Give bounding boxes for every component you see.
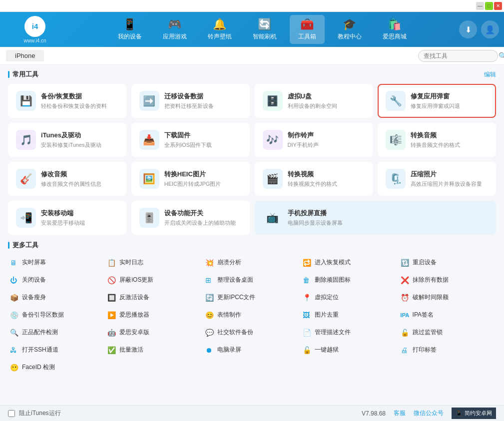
crash-icon: 💥 [205,259,214,267]
nav-shop-icon: 🛍️ [388,18,401,31]
tool-ipcc[interactable]: 🔄 更新IPCC文件 [203,290,301,305]
tool-wipe-data[interactable]: ❌ 抹除所有数据 [399,272,496,288]
tool-genuine-parts[interactable]: 🔍 正品配件检测 [8,325,105,340]
tool-desc-file[interactable]: 📄 管理描述文件 [301,325,398,340]
tool-backup-restore[interactable]: 💾 备份/恢复数据 轻松备份和恢复设备的资料 [8,84,126,118]
screen-record-label: 电脑录屏 [217,346,241,354]
service-link[interactable]: 客服 [394,409,406,418]
tool-delete-icon[interactable]: 🗑 删除顽固图标 [301,272,398,288]
nav-toolbox[interactable]: 🧰 工具箱 [290,15,325,44]
tool-expression[interactable]: 😊 表情制作 [203,307,301,323]
tool-deactivate[interactable]: 🔲 反激活设备 [105,290,203,305]
photo-restore-icon: 🖼 [303,311,312,319]
fix-popup-icon: 🔧 [386,91,406,111]
nav-tutorials[interactable]: 🎓 教程中心 [330,15,370,44]
tool-photo-restore[interactable]: 🖼 图片去重 [301,307,398,323]
heic-icon: 🖼️ [139,169,159,189]
firmware-text: 下载固件 全系列iOS固件下载 [164,131,242,148]
tool-install-mobile[interactable]: 📲 安装移动端 安装爱思手移动端 [8,201,126,235]
realtime-screen-icon: 🖥 [10,259,19,267]
device-features-title: 设备功能开关 [164,209,242,218]
logo-icon: i4 [24,16,45,37]
nav-shop-label: 爱思商城 [383,32,407,41]
search-input[interactable] [424,52,499,59]
edit-button[interactable]: 编辑 [484,70,496,79]
tool-block-ios[interactable]: 🚫 屏蔽iOS更新 [105,272,203,288]
tool-crash-analysis[interactable]: 💥 崩溃分析 [203,255,301,270]
tool-restart[interactable]: 🔃 重启设备 [399,255,496,270]
tool-virtual-location[interactable]: 📍 虚拟定位 [301,290,398,305]
tool-enter-recovery[interactable]: 🔁 进入恢复模式 [301,255,398,270]
tool-compress-photos[interactable]: 🗜️ 压缩照片 高效压缩照片并释放设备容量 [378,162,496,196]
tool-ssh[interactable]: 🖧 打开SSH通道 [8,342,105,358]
tool-realtime-screen[interactable]: 🖥 实时屏幕 [8,255,105,270]
convert-audio-desc: 转换音频文件的格式 [411,141,488,148]
watermark: 📱 简约安卓网 [452,408,496,419]
device-tab[interactable]: iPhone [6,50,44,61]
tool-ipa-sign[interactable]: IPA IPA签名 [399,307,496,323]
download-btn[interactable]: ⬇ [459,20,477,38]
print-label: 打印标签 [413,346,437,354]
convert-audio-text: 转换音频 转换音频文件的格式 [411,131,488,148]
common-tools-title: 常用工具 [8,70,38,79]
minimize-btn[interactable]: — [476,2,484,10]
itunes-desc: 安装和修复iTunes及驱动 [41,141,118,148]
tool-ringtone[interactable]: 🎶 制作铃声 DIY手机铃声 [255,123,373,157]
nav-smart-flash[interactable]: 🔄 智能刷机 [245,15,285,44]
tool-fix-popup[interactable]: 🔧 修复应用弹窗 修复应用弹窗或闪退 [378,84,496,118]
nav-shop[interactable]: 🛍️ 爱思商城 [375,15,415,44]
tool-convert-audio[interactable]: 🎼 转换音频 转换音频文件的格式 [378,123,496,157]
main-content: 常用工具 编辑 💾 备份/恢复数据 轻松备份和恢复设备的资料 ➡️ 迁移设备数据… [0,65,504,405]
close-btn[interactable]: ✕ [494,2,502,10]
tool-heic[interactable]: 🖼️ 转换HEIC图片 HEIC图片转成JPG图片 [131,162,250,196]
tool-device-features[interactable]: 🎚️ 设备功能开关 开启或关闭设备上的辅助功能 [131,201,250,235]
nav-my-device[interactable]: 📱 我的设备 [110,15,150,44]
firmware-desc: 全系列iOS固件下载 [164,141,242,148]
more-tools-header: 更多工具 [8,241,496,250]
block-itunes-checkbox[interactable] [8,410,15,417]
tool-migrate[interactable]: ➡️ 迁移设备数据 把资料迁移至新设备 [131,84,250,118]
tool-batch-activate[interactable]: ✅ 批量激活 [105,342,203,358]
tool-convert-video[interactable]: 🎬 转换视频 转换视频文件的格式 [255,162,373,196]
tool-itunes[interactable]: 🎵 iTunes及驱动 安装和修复iTunes及驱动 [8,123,126,157]
tool-backup-partition[interactable]: 💿 备份引导区数据 [8,307,105,323]
device-features-text: 设备功能开关 开启或关闭设备上的辅助功能 [164,209,242,226]
tool-time-limit[interactable]: ⏰ 破解时间限额 [399,290,496,305]
slim-icon: 📦 [10,294,19,302]
tool-print-label[interactable]: 🖨 打印标签 [399,342,496,358]
tool-bypass[interactable]: 🔓 跳过监管锁 [399,325,496,340]
logo-area[interactable]: i4 www.i4.cn [5,16,65,43]
tool-close-device[interactable]: ⏻ 关闭设备 [8,272,105,288]
tool-slim[interactable]: 📦 设备瘦身 [8,290,105,305]
tool-social-backup[interactable]: 💬 社交软件备份 [203,325,301,340]
tool-realtime-log[interactable]: 📋 实时日志 [105,255,203,270]
tool-aisi-player[interactable]: ▶️ 爱思播放器 [105,307,203,323]
search-box[interactable]: 🔍 [418,50,498,62]
wechat-link[interactable]: 微信公众号 [414,409,444,418]
navbar: i4 www.i4.cn 📱 我的设备 🎮 应用游戏 🔔 铃声壁纸 🔄 智能刷机… [0,12,504,47]
ringtone-title: 制作铃声 [288,131,365,140]
tool-jailbreak[interactable]: 🔓 一键越狱 [301,342,398,358]
nav-toolbox-label: 工具箱 [298,32,316,41]
tool-screen-mirror[interactable]: 📺 手机投屏直播 电脑同步显示设备屏幕 [255,201,497,235]
nav-ringtones[interactable]: 🔔 铃声壁纸 [200,15,240,44]
tool-firmware[interactable]: 📥 下载固件 全系列iOS固件下载 [131,123,250,157]
wipe-icon: ❌ [401,276,410,284]
maximize-btn[interactable]: □ [485,2,493,10]
nav-apps-games[interactable]: 🎮 应用游戏 [155,15,195,44]
migrate-title: 迁移设备数据 [164,92,242,101]
tool-virtual-udisk[interactable]: 🗄️ 虚拟U盘 利用设备的剩余空间 [255,84,373,118]
genuine-icon: 🔍 [10,329,19,337]
tool-faceid[interactable]: 😶 FaceID 检测 [8,360,105,375]
tool-android[interactable]: 🤖 爱思安卓版 [105,325,203,340]
convert-audio-title: 转换音频 [411,131,488,140]
firmware-title: 下载固件 [164,131,242,140]
tool-modify-audio[interactable]: 🎸 修改音频 修改音频文件的属性信息 [8,162,126,196]
install-mobile-desc: 安装爱思手移动端 [41,219,118,226]
tool-arrange-desktop[interactable]: ⊞ 整理设备桌面 [203,272,301,288]
user-btn[interactable]: 👤 [481,20,499,38]
location-icon: 📍 [303,294,312,302]
player-label: 爱思播放器 [119,311,149,319]
tool-screen-record[interactable]: ⏺ 电脑录屏 [203,342,301,358]
backup-title: 备份/恢复数据 [41,92,118,101]
